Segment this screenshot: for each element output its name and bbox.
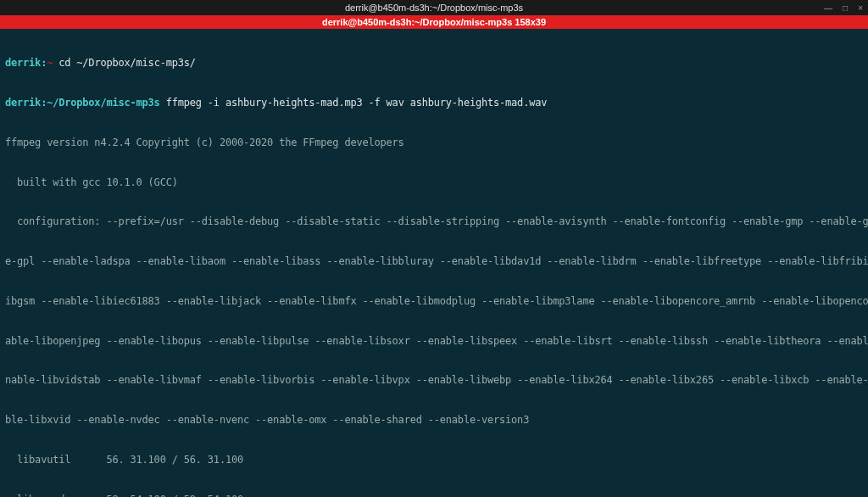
output-line: configuration: --prefix=/usr --disable-d…: [5, 215, 863, 229]
output-line: libavcodec 58. 54.100 / 58. 54.100: [5, 494, 863, 497]
tab-label: derrik@b450m-ds3h:~/Dropbox/misc-mp3s 15…: [322, 16, 546, 28]
window-titlebar: derrik@b450m-ds3h:~/Dropbox/misc-mp3s — …: [0, 0, 868, 15]
window-controls: — □ ×: [824, 3, 863, 14]
minimize-button[interactable]: —: [824, 3, 832, 14]
close-button[interactable]: ×: [858, 3, 863, 14]
output-line: ffmpeg version n4.2.4 Copyright (c) 2000…: [5, 137, 863, 150]
prompt-user-host-path: derrik:~/Dropbox/misc-mp3s: [5, 97, 160, 109]
command-cd: cd ~/Dropbox/misc-mp3s/: [53, 57, 196, 69]
terminal-output[interactable]: derrik:~ cd ~/Dropbox/misc-mp3s/ derrik:…: [0, 29, 868, 497]
output-line: e-gpl --enable-ladspa --enable-libaom --…: [5, 255, 863, 269]
output-line: ble-libxvid --enable-nvdec --enable-nven…: [5, 414, 863, 427]
command-ffmpeg: ffmpeg -i ashbury-heights-mad.mp3 -f wav…: [160, 97, 548, 109]
output-line: nable-libvidstab --enable-libvmaf --enab…: [5, 374, 863, 388]
window-title: derrik@b450m-ds3h:~/Dropbox/misc-mp3s: [345, 2, 523, 14]
output-line: able-libopenjpeg --enable-libopus --enab…: [5, 335, 863, 349]
maximize-button[interactable]: □: [843, 3, 848, 14]
prompt-user-host: derrik:: [5, 57, 47, 69]
output-line: built with gcc 10.1.0 (GCC): [5, 176, 863, 190]
output-line: libavutil 56. 31.100 / 56. 31.100: [5, 454, 863, 467]
output-line: ibgsm --enable-libiec61883 --enable-libj…: [5, 295, 863, 309]
terminal-tab[interactable]: derrik@b450m-ds3h:~/Dropbox/misc-mp3s 15…: [0, 15, 868, 29]
